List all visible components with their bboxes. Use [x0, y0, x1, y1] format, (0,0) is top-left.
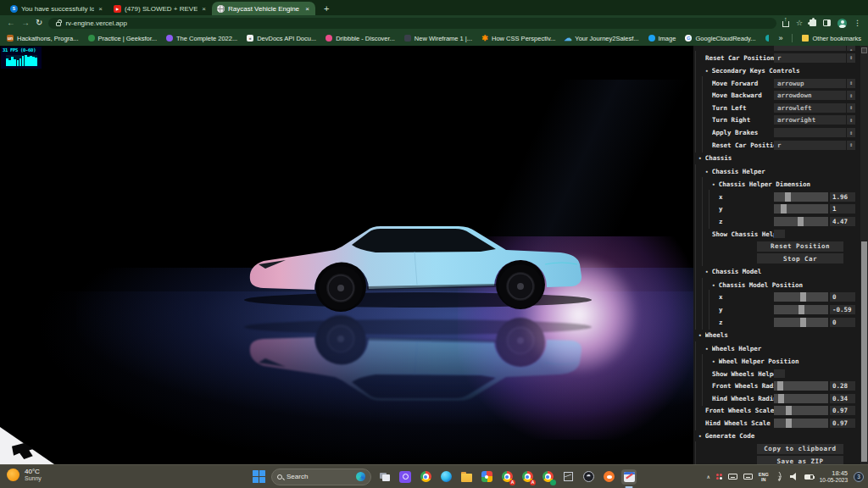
- bookmark-googlecloudready[interactable]: GGoogleCloudReady...: [685, 35, 755, 42]
- taskbar-app-chrome-profile-1[interactable]: A: [499, 469, 515, 485]
- taskbar-app-chrome-profile-3[interactable]: [540, 469, 555, 485]
- stepper-icon[interactable]: ↕: [847, 141, 855, 150]
- bookmark-complete-guide-to[interactable]: Complete Guide To...: [765, 35, 770, 42]
- bookmark-your-journey2salesf[interactable]: ☁Your Journey2Salesf...: [565, 35, 638, 42]
- gui-slider-y[interactable]: [774, 204, 828, 214]
- slider-handle[interactable]: [800, 292, 806, 302]
- notification-badge[interactable]: 3: [854, 472, 864, 482]
- address-bar[interactable]: rv-engine.vercel.app: [48, 18, 776, 29]
- tab-close-icon[interactable]: ×: [97, 5, 103, 13]
- tab-close-icon[interactable]: ×: [304, 5, 310, 13]
- bookmark-hackathons-progra[interactable]: unHackathons, Progra...: [7, 35, 79, 42]
- slider-handle[interactable]: [777, 381, 783, 391]
- gui-slider-front-wheels-scale[interactable]: [774, 406, 828, 415]
- clock[interactable]: 18:45 10-05-2023: [820, 470, 848, 484]
- bookmark-the-complete-2022[interactable]: The Complete 2022...: [166, 35, 237, 42]
- gui-slider-y[interactable]: [774, 305, 828, 314]
- stepper-icon[interactable]: ↕: [847, 115, 855, 125]
- fps-stats-panel[interactable]: 31 FPS (0-60): [1, 47, 42, 69]
- gui-folder-chassis-helper[interactable]: •Chassis Helper: [693, 166, 860, 177]
- gui-value[interactable]: 0.34: [830, 394, 855, 403]
- page-viewport[interactable]: 31 FPS (0-60) ↕Reset Car Positionr↕•Seco…: [0, 46, 868, 464]
- tab-close-icon[interactable]: ×: [201, 5, 207, 13]
- taskbar-app-file-explorer[interactable]: [459, 469, 474, 485]
- menu-kebab-icon[interactable]: ⋮: [854, 19, 861, 27]
- gui-value[interactable]: 0: [830, 318, 855, 327]
- other-bookmarks[interactable]: Other bookmarks: [802, 35, 861, 42]
- page-scrollbar[interactable]: [860, 46, 868, 464]
- gui-slider-hind-wheels-scale[interactable]: [774, 419, 828, 428]
- gui-value[interactable]: 1: [830, 204, 855, 214]
- start-button[interactable]: [253, 470, 265, 483]
- gui-value[interactable]: 0: [830, 292, 855, 302]
- gui-checkbox-show-chassis-helper[interactable]: [774, 230, 785, 238]
- gui-value[interactable]: 0.97: [830, 419, 855, 428]
- gui-input-turn-left[interactable]: arrowleft: [774, 103, 846, 113]
- gui-button-copy-to-clipboard[interactable]: Copy to clipboard: [757, 444, 843, 454]
- taskbar-app-edge[interactable]: [438, 469, 453, 485]
- gui-input-reset-car-position[interactable]: r: [774, 141, 846, 150]
- slider-handle[interactable]: [785, 192, 791, 202]
- tab-you-have-successfully-logged-on[interactable]: SYou have successfully logged on.×: [5, 2, 108, 15]
- scrollbar-up-button[interactable]: [861, 47, 867, 53]
- tab-raycast-vehicle-engine[interactable]: Raycast Vehicle Engine×: [212, 2, 315, 15]
- gui-slider-x[interactable]: [774, 292, 828, 302]
- taskbar-app-blender[interactable]: [601, 469, 616, 485]
- gui-folder-secondary-keys-controls[interactable]: •Secondary Keys Controls: [693, 65, 860, 76]
- tray-chevron-icon[interactable]: ∧: [706, 474, 709, 480]
- gui-value[interactable]: -0.59: [830, 305, 855, 314]
- gui-folder-wheel-helper-position[interactable]: •Wheel Helper Position: [693, 356, 860, 367]
- gui-input-reset-car-position[interactable]: r: [774, 53, 846, 63]
- extensions-icon[interactable]: [810, 19, 816, 26]
- reload-icon[interactable]: ↻: [36, 19, 42, 27]
- gui-value[interactable]: 0.28: [830, 381, 855, 391]
- stepper-icon[interactable]: ↕: [847, 91, 855, 100]
- gui-folder-chassis-model-position[interactable]: •Chassis Model Position: [693, 280, 860, 291]
- gui-folder-generate-code[interactable]: •Generate Code: [693, 430, 860, 441]
- stepper-icon[interactable]: ↕: [847, 79, 855, 88]
- taskbar-app-chrome[interactable]: [418, 469, 433, 485]
- taskbar-app-photos-app[interactable]: [479, 469, 494, 485]
- gui-button-reset-position[interactable]: Reset Position: [757, 241, 843, 252]
- gui-slider-hind-wheels-radius[interactable]: [774, 394, 828, 403]
- slider-handle[interactable]: [798, 305, 804, 314]
- taskbar-app-chrome-profile-2[interactable]: A: [520, 469, 535, 485]
- taskbar-app-task-view[interactable]: [377, 469, 392, 485]
- scrollbar-thumb[interactable]: [861, 241, 867, 462]
- slider-handle[interactable]: [786, 406, 792, 415]
- bookmark-star-icon[interactable]: ☆: [796, 19, 803, 27]
- gui-checkbox-show-wheels-helper[interactable]: [774, 369, 785, 378]
- bookmarks-overflow-chevron[interactable]: »: [778, 34, 782, 42]
- bookmark-image[interactable]: Image: [648, 35, 676, 42]
- gui-slider-front-wheels-radius[interactable]: [774, 381, 828, 391]
- taskbar-app-active-editor-app[interactable]: [621, 469, 637, 485]
- gui-folder-chassis[interactable]: •Chassis: [693, 152, 860, 164]
- slider-handle[interactable]: [800, 318, 806, 327]
- gui-folder-wheels[interactable]: •Wheels: [693, 330, 860, 341]
- gui-slider-z[interactable]: [774, 318, 828, 327]
- wifi-icon[interactable]: [775, 473, 784, 480]
- share-icon[interactable]: [782, 21, 789, 27]
- slider-handle[interactable]: [798, 217, 804, 226]
- stepper-icon[interactable]: ↕: [847, 53, 855, 63]
- language-indicator[interactable]: ENG IN: [759, 472, 769, 482]
- taskbar-app-purple-video-app[interactable]: [398, 469, 413, 485]
- back-icon[interactable]: ←: [7, 19, 15, 27]
- bookmark-how-css-perspectiv[interactable]: ✱How CSS Perspectiv...: [481, 35, 555, 42]
- slider-handle[interactable]: [778, 394, 784, 403]
- stepper-icon[interactable]: ↕: [847, 128, 855, 137]
- gui-folder-chassis-model[interactable]: •Chassis Model: [693, 266, 860, 277]
- gui-button-save-as-zip[interactable]: Save as ZIP: [757, 456, 843, 464]
- gui-input-partial[interactable]: [774, 46, 846, 51]
- stepper-icon[interactable]: ↕: [847, 46, 855, 51]
- volume-icon[interactable]: [790, 473, 798, 480]
- profile-avatar[interactable]: [837, 19, 847, 28]
- recorder-icon[interactable]: [716, 474, 722, 480]
- gui-input-move-forward[interactable]: arrowup: [774, 79, 846, 88]
- battery-icon[interactable]: [804, 474, 814, 480]
- bookmark-dribbble-discover[interactable]: Dribbble - Discover...: [326, 35, 395, 42]
- slider-handle[interactable]: [786, 419, 792, 428]
- gui-input-apply-brakes[interactable]: [774, 128, 846, 137]
- side-panel-icon[interactable]: [823, 19, 831, 26]
- gui-value[interactable]: 1.96: [830, 192, 855, 202]
